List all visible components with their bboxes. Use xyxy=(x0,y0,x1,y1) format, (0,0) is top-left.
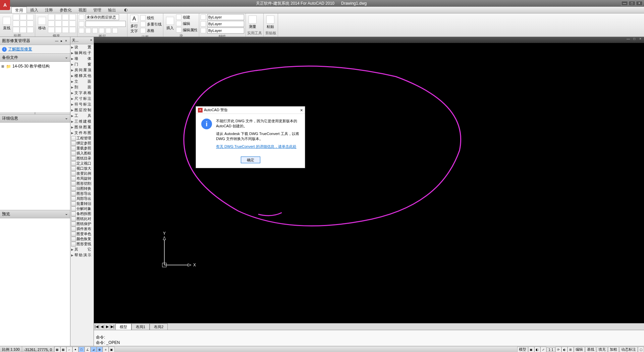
otrack-toggle[interactable]: ∠ xyxy=(85,347,91,352)
tz-category[interactable]: ▶墙 体 xyxy=(70,56,94,61)
tab-next[interactable]: ▶ xyxy=(105,324,110,329)
doc-max[interactable]: □ xyxy=(632,37,637,43)
color-combo[interactable]: ByLayer xyxy=(207,14,244,20)
tz-tool[interactable]: 插入图框 xyxy=(70,151,94,156)
tab-annotate[interactable]: 注释 xyxy=(42,7,56,13)
draw-tool[interactable] xyxy=(27,20,34,27)
block-edit[interactable]: 编辑 xyxy=(176,20,198,27)
layer-tool[interactable] xyxy=(92,28,98,33)
modify-tool[interactable] xyxy=(48,20,55,27)
tz-category[interactable]: ▶设 置 xyxy=(70,44,94,50)
panel-pin-button[interactable]: ▸ xyxy=(59,39,63,43)
tab-last[interactable]: ▶| xyxy=(110,324,115,329)
tz-tool[interactable]: 插件发布 xyxy=(70,226,94,231)
tz-category[interactable]: ▶其 它 xyxy=(70,247,94,252)
qp-toggle[interactable]: ▣ xyxy=(109,347,115,352)
status-tool[interactable]: ◧ xyxy=(534,347,540,352)
polar-toggle[interactable]: ✦ xyxy=(72,347,78,352)
tz-tool[interactable]: 图变单色 xyxy=(70,231,94,236)
tz-tool[interactable]: 颜色恢复 xyxy=(70,236,94,241)
mleader[interactable]: 多重引线 xyxy=(140,21,162,27)
osnap-toggle[interactable]: □ xyxy=(78,347,85,352)
collapse-icon[interactable]: ⌄ xyxy=(65,116,68,121)
tz-category[interactable]: ▶轴网柱子 xyxy=(70,50,94,56)
tz-tool[interactable]: 重载参照 xyxy=(70,146,94,151)
collapse-icon[interactable]: ⌄ xyxy=(65,55,68,60)
dyn-toggle[interactable]: ⊕ xyxy=(97,347,103,352)
tab-manage[interactable]: 管理 xyxy=(90,7,105,13)
tree-item[interactable]: ⊞ 📁 14-05-30 教学楼结构 xyxy=(1,63,69,70)
modify-tool[interactable] xyxy=(62,14,69,20)
tz-tool[interactable]: 图形导出 xyxy=(70,191,94,196)
modify-tool[interactable] xyxy=(62,27,69,33)
mtext-button[interactable]: A 多行 文字 xyxy=(129,14,140,34)
snap-toggle[interactable]: ▦ xyxy=(54,347,60,352)
tz-tool[interactable]: 改变比例 xyxy=(70,171,94,176)
annoscale-icon[interactable]: ⤢ xyxy=(540,347,546,352)
modify-tool[interactable] xyxy=(55,27,62,33)
status-tool[interactable]: ▣ xyxy=(528,347,534,352)
doc-min[interactable]: — xyxy=(626,37,631,43)
model-space-button[interactable]: 模型 xyxy=(517,347,528,352)
ltype-icon[interactable] xyxy=(201,21,206,27)
draw-tool[interactable] xyxy=(13,20,19,27)
tz-close[interactable]: × xyxy=(90,38,92,43)
tz-category[interactable]: ▶图层控制 xyxy=(70,107,94,113)
canvas[interactable]: X Y xyxy=(94,43,644,323)
tz-category[interactable]: ▶房间屋顶 xyxy=(70,67,94,73)
ok-button[interactable]: 确定 xyxy=(241,157,260,163)
tz-category[interactable]: ▶楼梯其他 xyxy=(70,73,94,79)
tz-tool[interactable]: 图纸目录 xyxy=(70,156,94,161)
tz-tool[interactable]: 图纸比对 xyxy=(70,216,94,221)
tz-tool[interactable]: 备档拆图 xyxy=(70,211,94,216)
tz-list[interactable]: ▶设 置▶轴网柱子▶墙 体▶门 窗▶房间屋顶▶楼梯其他▶立 面▶剖 面▶文字表格… xyxy=(70,44,94,346)
command-line[interactable]: 命令: 命令: _OPEN xyxy=(94,330,644,346)
tab-expand[interactable]: ◐ xyxy=(121,7,131,13)
tz-tool[interactable]: 绑定参照 xyxy=(70,141,94,146)
layer-tool[interactable] xyxy=(112,28,118,33)
move-button[interactable]: 移动 xyxy=(37,16,47,31)
layer-icon[interactable] xyxy=(79,14,84,20)
close-button[interactable]: × xyxy=(636,1,643,6)
tz-tool[interactable]: 布局旋转 xyxy=(70,176,94,181)
table[interactable]: 表格 xyxy=(140,28,162,34)
line-button[interactable]: 直线 xyxy=(1,16,12,31)
tz-tool[interactable]: 旧图转换 xyxy=(70,186,94,191)
tz-category[interactable]: ▶门 窗 xyxy=(70,61,94,67)
linetype-combo[interactable]: ByLayer xyxy=(207,21,244,27)
status-tool[interactable]: ⊞ xyxy=(568,347,574,352)
tz-category[interactable]: ▶立 面 xyxy=(70,79,94,84)
paste-button[interactable]: 粘贴 xyxy=(265,15,276,30)
dim-linear[interactable]: 线性 xyxy=(140,15,162,21)
draw-tool[interactable] xyxy=(20,27,26,33)
status-bold[interactable]: 加粗 xyxy=(608,347,619,352)
status-tool[interactable]: ⟳ xyxy=(555,347,561,352)
tz-category[interactable]: ▶符号标注 xyxy=(70,101,94,107)
dialog-close-button[interactable]: × xyxy=(300,107,303,113)
tz-tool[interactable]: 图形切割 xyxy=(70,181,94,186)
tz-category[interactable]: ▶三维建模 xyxy=(70,119,94,124)
layer-tool[interactable] xyxy=(106,28,111,33)
status-hatch[interactable]: 填充 xyxy=(597,347,607,352)
tz-category[interactable]: ▶工 具 xyxy=(70,113,94,119)
tab-view[interactable]: 视图 xyxy=(75,7,90,13)
tz-tool[interactable]: 图纸保护 xyxy=(70,221,94,226)
layer-state-combo[interactable]: 未保存的图层状态 xyxy=(86,14,119,20)
modify-tool[interactable] xyxy=(55,14,62,20)
draw-tool[interactable] xyxy=(13,14,19,20)
modify-tool[interactable] xyxy=(62,20,69,27)
block-create[interactable]: 创建 xyxy=(176,14,198,20)
tz-tool[interactable]: 局部导出 xyxy=(70,196,94,201)
draw-tool[interactable] xyxy=(20,14,26,20)
block-attedit[interactable]: 编辑属性 xyxy=(176,27,198,33)
tz-category[interactable]: ▶帮助演示 xyxy=(70,252,94,258)
learn-recovery-link[interactable]: i 了解图形修复 xyxy=(0,45,70,53)
modify-tool[interactable] xyxy=(69,20,76,27)
anno-scale[interactable]: 1:1 xyxy=(547,347,555,352)
tz-tool[interactable]: 视口放大 xyxy=(70,166,94,171)
draw-tool[interactable] xyxy=(13,27,19,33)
cleanscreen-toggle[interactable]: ▢ xyxy=(638,347,644,352)
trueconvert-link[interactable]: 有关 DWG TrueConvert 的详细信息，请单击此处 xyxy=(216,144,297,148)
ortho-toggle[interactable]: ⌐ xyxy=(66,347,72,352)
ducs-toggle[interactable]: ⊿ xyxy=(91,347,97,352)
